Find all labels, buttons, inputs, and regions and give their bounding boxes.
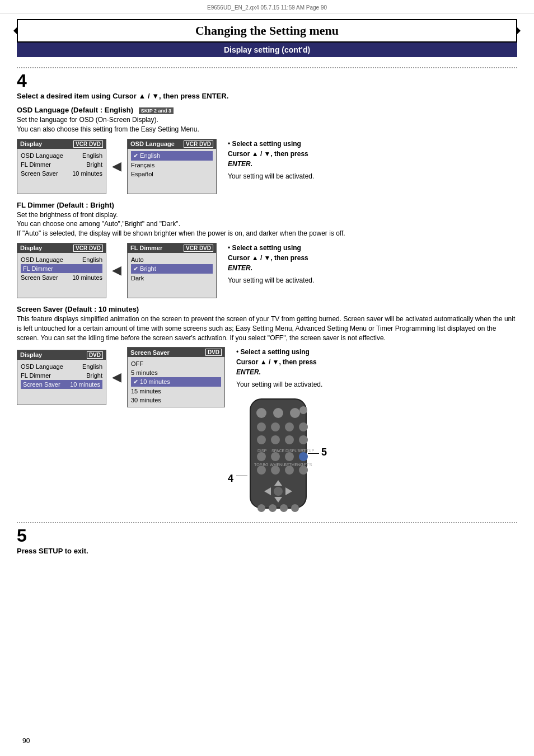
skip-badge: SKIP 2 and 3 xyxy=(139,107,174,114)
svg-point-36 xyxy=(280,504,288,512)
svg-point-25 xyxy=(257,466,266,475)
title-banner: Changing the Setting menu xyxy=(17,19,517,43)
ss-left-header: Display DVD xyxy=(17,350,106,360)
remote-control: DISP SPACE DISPL'BRT SETUP TOP.BG WMENU … xyxy=(242,396,315,515)
osd-language-section: OSD Language (Default : English) SKIP 2 … xyxy=(17,106,517,194)
divider-step5 xyxy=(17,522,517,523)
svg-point-11 xyxy=(285,435,294,444)
osd-left-menu: Display VCR DVD OSD LanguageEnglish FL D… xyxy=(17,139,106,194)
menu-row: FL Dimmer xyxy=(21,264,102,273)
svg-point-8 xyxy=(299,422,308,431)
main-content: 4 Select a desired item using Cursor ▲ /… xyxy=(17,57,517,566)
svg-point-19 xyxy=(285,452,294,461)
svg-point-26 xyxy=(271,466,280,475)
ss-left-menu: Display DVD OSD LanguageEnglish FL Dimme… xyxy=(17,350,106,405)
screen-saver-section: Screen Saver (Default : 10 minutes) This… xyxy=(17,305,517,515)
osd-right-vcrdvd: VCR DVD xyxy=(184,140,213,148)
svg-text:DISP: DISP xyxy=(257,449,267,453)
svg-point-27 xyxy=(285,466,294,475)
page-header-text: E9656UD_EN_2.qx4 05.7.15 11:59 AM Page 9… xyxy=(207,4,327,11)
menu-row: OSD LanguageEnglish xyxy=(21,362,102,371)
menu-row: Screen Saver10 minutes xyxy=(21,273,102,282)
fl-left-panel: Display VCR DVD OSD LanguageEnglish FL D… xyxy=(17,243,217,298)
svg-point-12 xyxy=(299,435,308,444)
fl-left-menu: Display VCR DVD OSD LanguageEnglish FL D… xyxy=(17,243,106,298)
ss-left-body: OSD LanguageEnglish FL DimmerBright Scre… xyxy=(17,360,106,405)
step4-number: 4 xyxy=(17,72,517,90)
fl-instruction: • Select a setting usingCursor ▲ / ▼, th… xyxy=(222,243,517,285)
ss-right-header: Screen Saver DVD xyxy=(128,348,224,357)
screen-saver-demo: Display DVD OSD LanguageEnglish FL Dimme… xyxy=(17,347,517,515)
menu-row: Français xyxy=(131,161,213,170)
osd-left-title: Display xyxy=(20,140,42,147)
fl-right-body: Auto ✔ Bright Dark xyxy=(128,253,216,298)
svg-point-5 xyxy=(257,422,266,431)
osd-instruction: • Select a setting usingCursor ▲ / ▼, th… xyxy=(222,139,517,181)
menu-row: Dark xyxy=(131,274,213,283)
menu-row: ✔ English xyxy=(131,151,213,161)
menu-row: FL DimmerBright xyxy=(21,160,102,169)
osd-left-vcrdvd: VCR DVD xyxy=(73,140,103,148)
ss-right-body: OFF 5 minutes ✔ 10 minutes 15 minutes 30… xyxy=(128,357,224,407)
page-number: 90 xyxy=(22,737,30,745)
svg-point-35 xyxy=(269,504,277,512)
svg-point-7 xyxy=(285,422,294,431)
svg-point-18 xyxy=(271,452,280,461)
fl-dimmer-desc: Set the brightness of front display. You… xyxy=(17,210,517,238)
screen-saver-desc: This feature displays simplified animati… xyxy=(17,314,517,342)
menu-row: 15 minutes xyxy=(131,387,221,396)
screen-saver-heading: Screen Saver (Default : 10 minutes) xyxy=(17,305,517,313)
menu-row: ✔ 10 minutes xyxy=(131,377,221,387)
fl-right-menu: FL Dimmer VCR DVD Auto ✔ Bright Dark xyxy=(127,243,217,298)
fl-dimmer-demo: Display VCR DVD OSD LanguageEnglish FL D… xyxy=(17,243,517,298)
menu-row: Screen Saver10 minutes xyxy=(21,380,102,389)
osd-right-header: OSD Language VCR DVD xyxy=(128,139,216,149)
menu-row: 30 minutes xyxy=(131,396,221,405)
menu-row: OFF xyxy=(131,359,221,368)
svg-point-10 xyxy=(271,435,280,444)
fl-right-header: FL Dimmer VCR DVD xyxy=(128,243,216,253)
svg-point-20 xyxy=(299,452,308,461)
remote-svg: DISP SPACE DISPL'BRT SETUP TOP.BG WMENU … xyxy=(242,396,315,514)
fl-dimmer-section: FL Dimmer (Default : Bright) Set the bri… xyxy=(17,201,517,298)
svg-point-4 xyxy=(299,406,307,414)
osd-right-title: OSD Language xyxy=(130,140,175,147)
svg-text:SETUP: SETUP xyxy=(301,449,315,453)
arrow-right: ◀ xyxy=(112,159,121,173)
step4-instruction: Select a desired item using Cursor ▲ / ▼… xyxy=(17,92,517,100)
osd-left-panel: Display VCR DVD OSD LanguageEnglish FL D… xyxy=(17,139,217,194)
osd-language-desc: Set the language for OSD (On-Screen Disp… xyxy=(17,115,517,134)
svg-point-37 xyxy=(291,504,299,512)
osd-language-heading: OSD Language (Default : English) SKIP 2 … xyxy=(17,106,517,114)
line-5 xyxy=(308,453,319,454)
menu-row: OSD LanguageEnglish xyxy=(21,151,102,160)
menu-row: FL DimmerBright xyxy=(21,371,102,380)
subtitle-bar: Display setting (cont'd) xyxy=(17,43,517,57)
page-header: E9656UD_EN_2.qx4 05.7.15 11:59 AM Page 9… xyxy=(0,0,534,13)
menu-row: OSD LanguageEnglish xyxy=(21,255,102,264)
fl-dimmer-heading: FL Dimmer (Default : Bright) xyxy=(17,201,517,209)
menu-row: Auto xyxy=(131,255,213,264)
menu-row: Español xyxy=(131,170,213,179)
ss-right-menu: Screen Saver DVD OFF 5 minutes ✔ 10 minu… xyxy=(127,347,225,407)
step5-number: 5 xyxy=(17,527,517,544)
svg-point-28 xyxy=(299,466,308,475)
ss-instruction: • Select a setting usingCursor ▲ / ▼, th… xyxy=(236,347,322,389)
arrow-right: ◀ xyxy=(112,370,121,384)
svg-point-9 xyxy=(257,435,266,444)
svg-point-6 xyxy=(271,422,280,431)
divider-top xyxy=(17,67,517,68)
fl-left-header: Display VCR DVD xyxy=(17,243,106,253)
arrow-right: ◀ xyxy=(112,263,121,278)
osd-right-menu: OSD Language VCR DVD ✔ English Français … xyxy=(127,139,217,194)
svg-point-2 xyxy=(273,408,283,418)
osd-left-body: OSD LanguageEnglish FL DimmerBright Scre… xyxy=(17,149,106,194)
svg-point-34 xyxy=(257,504,265,512)
fl-left-body: OSD LanguageEnglish FL Dimmer Screen Sav… xyxy=(17,253,106,298)
svg-point-33 xyxy=(274,487,283,496)
step5-instruction: Press SETUP to exit. xyxy=(17,547,517,555)
svg-point-1 xyxy=(256,408,266,418)
ss-right-panel: • Select a setting usingCursor ▲ / ▼, th… xyxy=(231,347,517,515)
label-4: 4 xyxy=(228,473,233,485)
subtitle: Display setting (cont'd) xyxy=(17,45,517,54)
